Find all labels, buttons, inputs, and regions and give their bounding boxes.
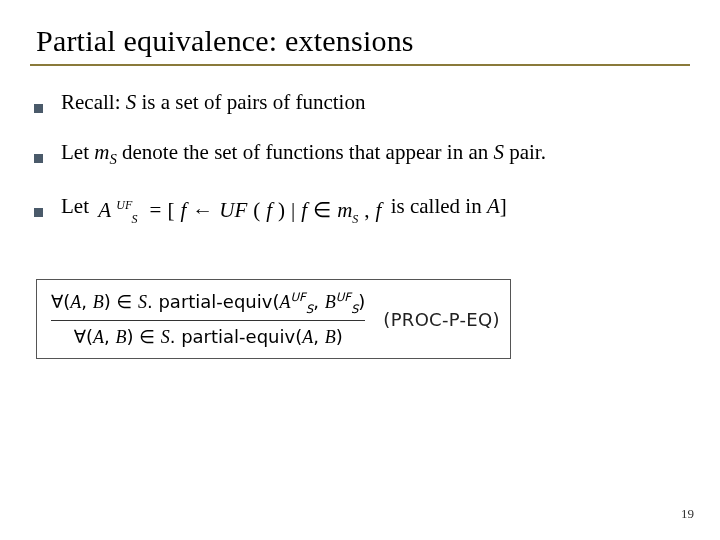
math-bracket: ( [86, 326, 93, 347]
rule-conclusion: ∀(A, B) ∈ S. partial-equiv(A, B) [74, 326, 343, 348]
math-op: ← [192, 196, 213, 224]
math-sup: UF [336, 290, 351, 304]
bullet-item: Recall: S is a set of pairs of function [34, 88, 690, 116]
math-var: A [93, 327, 104, 347]
rule-name-label: (PROC-P-EQ) [383, 309, 499, 330]
rule-fraction: ∀(A, B) ∈ S. partial-equiv(AUFS, BUFS) ∀… [51, 290, 365, 349]
text: , [104, 326, 115, 347]
text: denote the set of functions that appear … [117, 140, 494, 164]
math-sub: S [132, 212, 138, 226]
math-sup: UF [290, 290, 305, 304]
math-var: B [325, 292, 336, 312]
text: , [81, 291, 92, 312]
inference-rule: ∀(A, B) ∈ S. partial-equiv(AUFS, BUFS) ∀… [36, 279, 511, 360]
function-name: partial-equiv [181, 326, 295, 347]
math-sub: S [109, 152, 116, 168]
bullet-text: Let mS denote the set of functions that … [61, 138, 546, 170]
math-bracket: ) [127, 326, 134, 347]
bullet-icon [34, 208, 43, 217]
math-var: S [138, 292, 147, 312]
math-bracket: ( [253, 196, 260, 224]
math-op: ∀ [74, 326, 86, 347]
math-var: f [180, 196, 186, 224]
math-var: A [98, 198, 111, 222]
text: , [313, 291, 324, 312]
math-op: , [364, 196, 369, 224]
rule-premise: ∀(A, B) ∈ S. partial-equiv(AUFS, BUFS) [51, 290, 365, 316]
text: Let [61, 194, 94, 218]
math-var: f [266, 196, 272, 224]
slide: Partial equivalence: extensions Recall: … [0, 0, 720, 540]
math-formula: A UF S = [ f ← UF(f) | f ∈ mS , f [98, 196, 381, 224]
math-op: ∈ [313, 196, 331, 224]
math-var: m [94, 140, 109, 164]
text: , [313, 326, 324, 347]
bullet-item: Let A UF S = [ f ← UF(f) | f ∈ [34, 192, 690, 220]
math-sup: UF [116, 198, 132, 212]
math-var: S [493, 140, 504, 164]
math-bracket: ) [278, 196, 285, 224]
math-var: f [376, 196, 382, 224]
math-op: ∈ [134, 326, 161, 347]
text: is a set of pairs of function [136, 90, 365, 114]
slide-title: Partial equivalence: extensions [30, 18, 690, 66]
text: Recall: [61, 90, 126, 114]
text: is called in [391, 194, 487, 218]
text: ] [500, 194, 507, 218]
bullet-icon [34, 104, 43, 113]
math-op: = [150, 196, 162, 224]
math-var: B [325, 327, 336, 347]
math-bracket: [ [167, 196, 174, 224]
math-var: A [70, 292, 81, 312]
math-var: S [126, 90, 137, 114]
page-number: 19 [681, 506, 694, 522]
bullet-text: Let A UF S = [ f ← UF(f) | f ∈ [61, 192, 507, 220]
text: . [170, 326, 181, 347]
text: Let [61, 140, 94, 164]
math-var: A [302, 327, 313, 347]
math-op: | [291, 196, 295, 224]
bullet-item: Let mS denote the set of functions that … [34, 138, 690, 170]
math-var: A [279, 292, 290, 312]
math-var: m [337, 198, 352, 222]
math-sub: S [352, 212, 358, 226]
slide-body: Recall: S is a set of pairs of function … [30, 88, 690, 359]
math-var: f [301, 196, 307, 224]
bullet-icon [34, 154, 43, 163]
rule-line [51, 320, 365, 321]
math-var: S [161, 327, 170, 347]
math-op: ∀ [51, 291, 63, 312]
math-var: A [487, 194, 500, 218]
text: . [147, 291, 158, 312]
bullet-text: Recall: S is a set of pairs of function [61, 88, 365, 116]
math-bracket: ) [104, 291, 111, 312]
text: pair. [504, 140, 546, 164]
math-bracket: ) [358, 291, 365, 312]
math-var: UF [219, 196, 247, 224]
math-var: B [93, 292, 104, 312]
math-var: B [116, 327, 127, 347]
math-op: ∈ [111, 291, 138, 312]
math-bracket: ) [336, 326, 343, 347]
function-name: partial-equiv [158, 291, 272, 312]
